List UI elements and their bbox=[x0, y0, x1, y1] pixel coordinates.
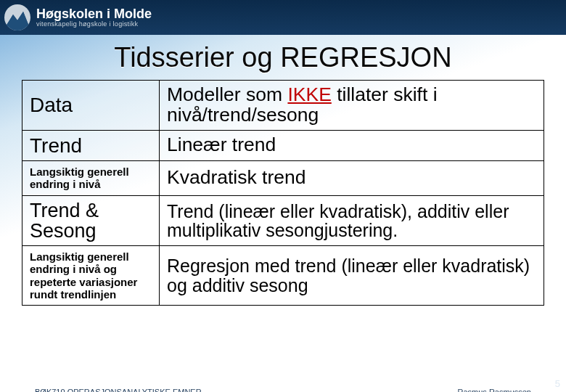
row-content: Trend (lineær eller kvadratisk), additiv… bbox=[167, 202, 536, 240]
row-content: Regresjon med trend (lineær eller kvadra… bbox=[167, 256, 536, 295]
table-row: Trend Lineær trend bbox=[22, 130, 544, 160]
row-content: Kvadratisk trend bbox=[167, 168, 536, 188]
header-bar: Høgskolen i Molde vitenskapelig høgskole… bbox=[0, 0, 566, 35]
footer-left: BØK710 OPERASJONSANALYTISKE EMNER bbox=[35, 388, 202, 392]
row-content: Modeller som IKKE tillater skift i nivå/… bbox=[167, 85, 536, 126]
row-label: Data bbox=[30, 94, 152, 115]
footer-right: Rasmus Rasmussen bbox=[458, 388, 531, 392]
brand-text: Høgskolen i Molde vitenskapelig høgskole… bbox=[36, 7, 152, 28]
table-row: Data Modeller som IKKE tillater skift i … bbox=[22, 81, 544, 131]
brand-name: Høgskolen i Molde bbox=[36, 7, 152, 20]
row-label: Langsiktig generell endring i nivå og re… bbox=[30, 250, 152, 301]
svg-marker-1 bbox=[6, 12, 29, 30]
brand-subtitle: vitenskapelig høgskole i logistikk bbox=[36, 20, 152, 28]
row-label: Trend & Sesong bbox=[30, 200, 152, 242]
table-row: Langsiktig generell endring i nivå og re… bbox=[22, 246, 544, 306]
logo-icon bbox=[4, 4, 30, 30]
row-label: Langsiktig generell endring i nivå bbox=[30, 166, 152, 191]
content-table: Data Modeller som IKKE tillater skift i … bbox=[22, 80, 544, 306]
row-content: Lineær trend bbox=[167, 135, 536, 155]
slide: Høgskolen i Molde vitenskapelig høgskole… bbox=[0, 0, 566, 392]
table-row: Trend & Sesong Trend (lineær eller kvadr… bbox=[22, 195, 544, 246]
emphasis-ikke: IKKE bbox=[287, 83, 331, 105]
row-label: Trend bbox=[30, 135, 152, 156]
table-row: Langsiktig generell endring i nivå Kvadr… bbox=[22, 161, 544, 196]
slide-title: Tidsserier og REGRESJON bbox=[0, 42, 566, 73]
page-number: 5 bbox=[555, 378, 560, 389]
